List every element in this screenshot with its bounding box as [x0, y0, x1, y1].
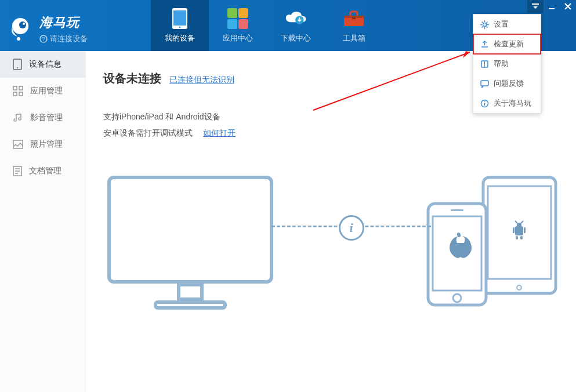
svg-rect-33 [516, 236, 518, 239]
svg-point-3 [17, 37, 20, 41]
svg-rect-40 [451, 209, 463, 211]
svg-point-28 [517, 285, 521, 290]
close-button[interactable] [560, 0, 576, 13]
svg-rect-12 [352, 17, 356, 19]
svg-line-35 [515, 221, 517, 223]
svg-rect-55 [481, 81, 488, 86]
svg-text:?: ? [42, 36, 45, 42]
info-circle-icon: i [339, 215, 364, 241]
svg-rect-17 [13, 86, 17, 90]
sidebar-app-mgmt[interactable]: 应用管理 [0, 78, 85, 104]
photo-icon [13, 140, 23, 149]
close-icon [564, 3, 571, 10]
help-icon: ? [39, 35, 48, 43]
brand: 海马玩 ? 请连接设备 [0, 0, 151, 51]
connection-illustration: i [103, 172, 559, 311]
mobile-devices-icon [425, 175, 559, 308]
nav-app-center[interactable]: 应用中心 [209, 0, 267, 51]
svg-line-52 [482, 26, 483, 27]
menu-help[interactable]: 帮助 [473, 54, 541, 74]
svg-point-57 [484, 101, 486, 102]
monitor-icon [103, 172, 277, 311]
music-icon [13, 112, 23, 123]
svg-rect-31 [513, 227, 515, 233]
svg-rect-34 [520, 236, 523, 239]
svg-rect-18 [19, 86, 23, 90]
svg-line-49 [482, 21, 483, 23]
svg-rect-14 [549, 8, 555, 9]
minimize-button[interactable] [544, 0, 560, 13]
menu-feedback[interactable]: 问题反馈 [473, 74, 541, 93]
brand-logo-icon [7, 16, 34, 42]
document-icon [13, 166, 22, 176]
upload-icon [480, 40, 489, 49]
nav-download-center[interactable]: 下载中心 [267, 0, 325, 51]
svg-point-16 [17, 67, 18, 68]
window-controls [527, 0, 576, 13]
svg-line-50 [487, 26, 488, 27]
svg-point-8 [179, 27, 181, 28]
brand-title: 海马玩 [39, 14, 88, 31]
svg-rect-25 [155, 302, 225, 308]
hint-debug-mode: 安卓设备需打开调试模式 [103, 128, 193, 137]
menu-settings[interactable]: 设置 [473, 14, 541, 34]
sidebar: 设备信息 应用管理 影音管理 照片管理 文档管理 [0, 51, 86, 392]
info-icon [480, 99, 489, 108]
svg-rect-32 [524, 227, 526, 233]
device-icon [13, 59, 22, 70]
book-icon [480, 60, 489, 68]
svg-rect-24 [179, 285, 202, 299]
phone-icon [172, 8, 188, 30]
brand-subtitle: ? 请连接设备 [39, 34, 88, 44]
nav-toolbox[interactable]: 工具箱 [325, 0, 383, 51]
toolbox-icon [343, 10, 365, 27]
svg-point-2 [23, 23, 25, 25]
main-nav: 我的设备 应用中心 下载中心 [151, 0, 383, 51]
svg-rect-23 [109, 177, 271, 282]
grid-icon [13, 86, 23, 96]
svg-line-36 [521, 221, 523, 223]
minimize-icon [548, 3, 555, 10]
sidebar-device-info[interactable]: 设备信息 [0, 51, 85, 78]
menu-dropdown-button[interactable] [527, 0, 544, 13]
sidebar-media-mgmt[interactable]: 影音管理 [0, 104, 85, 131]
nav-my-device[interactable]: 我的设备 [151, 0, 209, 51]
sidebar-doc-mgmt[interactable]: 文档管理 [0, 158, 85, 184]
menu-check-update[interactable]: 检查更新 [473, 34, 541, 54]
svg-point-44 [483, 23, 487, 26]
svg-rect-13 [532, 3, 539, 5]
svg-rect-30 [515, 226, 523, 235]
chat-icon [480, 79, 489, 88]
link-connected-unrecognized[interactable]: 已连接但无法识别 [169, 75, 234, 85]
cloud-download-icon [285, 10, 307, 27]
dropdown-menu: 设置 检查更新 帮助 问题反馈 关于海马玩 [473, 14, 541, 114]
svg-line-51 [487, 21, 488, 23]
svg-rect-7 [173, 10, 186, 26]
svg-point-1 [19, 21, 26, 28]
menu-about[interactable]: 关于海马玩 [473, 93, 541, 113]
dropdown-icon [532, 3, 539, 9]
connection-line: i [271, 226, 431, 228]
page-title: 设备未连接 [103, 71, 161, 86]
link-how-to-open[interactable]: 如何打开 [203, 128, 236, 137]
apps-icon [227, 8, 248, 29]
svg-rect-19 [13, 92, 17, 96]
svg-rect-20 [19, 92, 23, 96]
sidebar-photo-mgmt[interactable]: 照片管理 [0, 131, 85, 158]
gear-icon [480, 20, 489, 29]
